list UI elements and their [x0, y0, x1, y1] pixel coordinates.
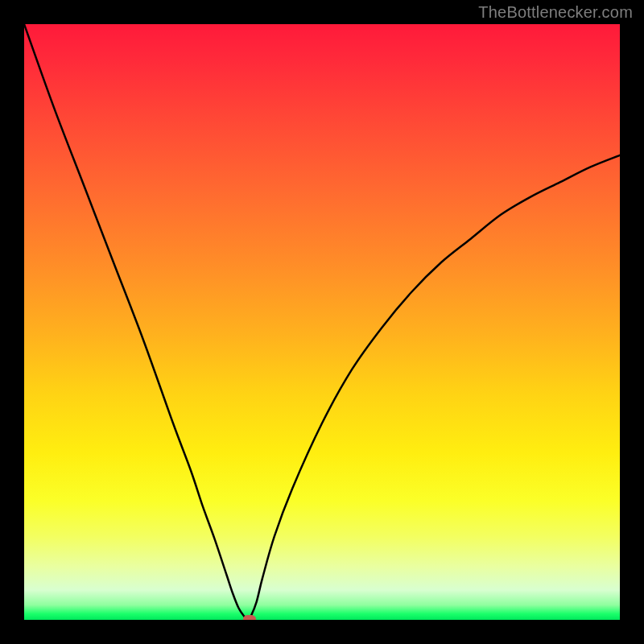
- optimal-point-marker: [243, 615, 256, 620]
- chart-canvas: TheBottlenecker.com: [0, 0, 644, 644]
- bottleneck-curve: [24, 24, 620, 620]
- watermark-text: TheBottlenecker.com: [478, 3, 633, 22]
- plot-area: [24, 24, 620, 620]
